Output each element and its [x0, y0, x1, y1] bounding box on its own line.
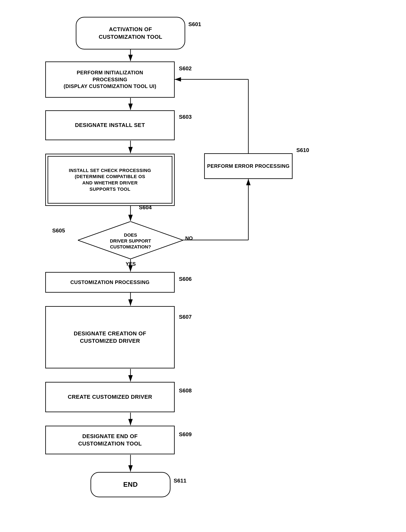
- no-label: NO: [185, 235, 193, 241]
- s605-diamond-svg: DOES DRIVER SUPPORT CUSTOMIZATION?: [78, 221, 183, 259]
- s607-box: DESIGNATE CREATION OF CUSTOMIZED DRIVER: [45, 306, 175, 368]
- s605-id: S605: [52, 227, 65, 234]
- flowchart-diagram: ACTIVATION OF CUSTOMIZATION TOOL S601 PE…: [0, 0, 406, 532]
- s611-label: END: [123, 480, 138, 489]
- svg-text:DOES: DOES: [124, 233, 137, 238]
- s606-label: CUSTOMIZATION PROCESSING: [70, 279, 149, 286]
- s605-diamond-wrapper: DOES DRIVER SUPPORT CUSTOMIZATION?: [78, 221, 183, 259]
- s611-box: END: [90, 472, 170, 497]
- s608-id: S608: [179, 387, 192, 394]
- s604-id: S604: [139, 204, 152, 211]
- svg-text:DRIVER SUPPORT: DRIVER SUPPORT: [110, 238, 151, 244]
- s608-label: CREATE CUSTOMIZED DRIVER: [68, 393, 152, 401]
- s601-box: ACTIVATION OF CUSTOMIZATION TOOL: [76, 17, 185, 50]
- s606-id: S606: [179, 276, 192, 282]
- s603-box: DESIGNATE INSTALL SET: [45, 110, 175, 140]
- s609-box: DESIGNATE END OF CUSTOMIZATION TOOL: [45, 426, 175, 454]
- s609-id: S609: [179, 431, 192, 438]
- s609-label: DESIGNATE END OF CUSTOMIZATION TOOL: [78, 433, 142, 447]
- yes-label: YES: [126, 261, 136, 267]
- svg-text:CUSTOMIZATION?: CUSTOMIZATION?: [110, 244, 151, 249]
- s610-box: PERFORM ERROR PROCESSING: [204, 153, 293, 179]
- s603-id: S603: [179, 114, 192, 120]
- s606-box: CUSTOMIZATION PROCESSING: [45, 272, 175, 293]
- s601-id: S601: [188, 21, 201, 28]
- s602-id: S602: [179, 65, 192, 72]
- s607-id: S607: [179, 314, 192, 320]
- s604-box: INSTALL SET CHECK PROCESSING (DETERMINE …: [45, 154, 175, 206]
- s608-box: CREATE CUSTOMIZED DRIVER: [45, 382, 175, 412]
- s604-label: INSTALL SET CHECK PROCESSING (DETERMINE …: [67, 165, 153, 195]
- s601-label: ACTIVATION OF CUSTOMIZATION TOOL: [99, 26, 162, 40]
- s602-box: PERFORM INITIALIZATION PROCESSING (DISPL…: [45, 61, 175, 98]
- s602-label: PERFORM INITIALIZATION PROCESSING (DISPL…: [64, 69, 156, 90]
- s603-label: DESIGNATE INSTALL SET: [75, 122, 145, 129]
- s610-id: S610: [296, 147, 309, 153]
- s607-label: DESIGNATE CREATION OF CUSTOMIZED DRIVER: [74, 330, 146, 345]
- s611-id: S611: [174, 477, 187, 484]
- s610-label: PERFORM ERROR PROCESSING: [207, 163, 290, 169]
